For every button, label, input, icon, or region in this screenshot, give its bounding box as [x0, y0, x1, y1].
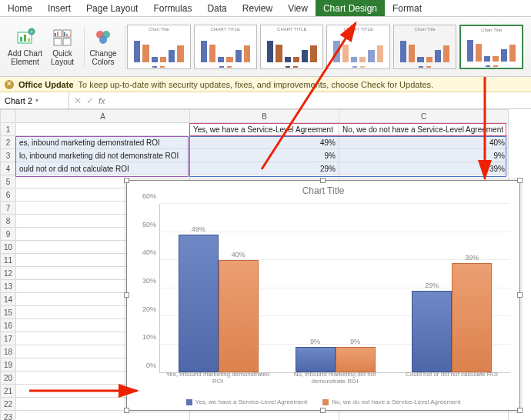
cell[interactable]: 40% [339, 136, 509, 149]
chart-style-thumb-4[interactable]: CHART TITLE [326, 25, 389, 69]
row-head[interactable]: 13 [1, 280, 16, 293]
chart-bar[interactable] [412, 291, 452, 372]
row-head[interactable]: 19 [1, 358, 16, 372]
cell[interactable]: 9% [339, 149, 509, 162]
quick-layout-button[interactable]: Quick Layout [45, 26, 79, 68]
row-head[interactable]: 17 [1, 332, 16, 345]
chart-bar-label: 29% [425, 282, 439, 289]
tab-insert[interactable]: Insert [40, 0, 78, 16]
cell[interactable]: ould not or did not calculate ROI [16, 162, 190, 175]
chart-bar[interactable] [296, 347, 336, 372]
svg-rect-1 [20, 37, 22, 42]
cell[interactable]: Yes, we have a Service-Level Agreement [190, 123, 339, 136]
xcat: Yes, inbound marketing demonstrated ROI [159, 370, 276, 387]
spreadsheet-area[interactable]: A B C 1Yes, we have a Service-Level Agre… [0, 109, 531, 420]
row-head[interactable]: 21 [1, 385, 16, 398]
tab-view[interactable]: View [280, 0, 316, 16]
chart-bar-label: 9% [310, 338, 320, 345]
close-icon[interactable]: ✕ [5, 80, 14, 89]
cell[interactable]: 29% [190, 162, 339, 175]
col-head-a[interactable]: A [16, 110, 190, 123]
col-head-c[interactable]: C [339, 110, 509, 123]
chart-style-thumb-5[interactable]: Chart Title [393, 25, 456, 69]
row-head[interactable]: 3 [1, 149, 16, 162]
row-head[interactable]: 5 [1, 175, 16, 188]
row-head[interactable]: 10 [1, 241, 16, 254]
chart-bar-group[interactable]: 9%9% [277, 204, 394, 372]
ribbon: + Add Chart Element Quick Layout Change … [0, 17, 531, 77]
cell[interactable] [16, 411, 190, 421]
add-chart-element-label: Add Chart Element [8, 49, 42, 66]
enter-formula-icon[interactable]: ✓ [86, 95, 94, 106]
cell[interactable]: 9% [190, 149, 339, 162]
legend-item-1[interactable]: Yes, we have a Service-Level Agreement [186, 398, 308, 405]
cell[interactable]: 39% [339, 162, 509, 175]
cell[interactable] [190, 411, 339, 421]
chart-style-thumb-1[interactable]: Chart Title [127, 25, 190, 69]
row-head[interactable]: 16 [1, 319, 16, 332]
row-head[interactable]: 11 [1, 254, 16, 267]
chart-bar[interactable] [452, 263, 492, 372]
chart-bar-group[interactable]: 49%40% [160, 204, 277, 372]
cell[interactable]: 49% [190, 136, 339, 149]
chart-style-thumb-6[interactable]: Chart Title [459, 25, 523, 69]
chart-bar-group[interactable]: 29%39% [393, 204, 510, 372]
tab-chart-design[interactable]: Chart Design [316, 0, 385, 16]
row-head[interactable]: 8 [1, 215, 16, 228]
office-update-notification: ✕ Office Update To keep up-to-date with … [0, 77, 531, 92]
chart-legend[interactable]: Yes, we have a Service-Level Agreement N… [127, 398, 519, 405]
name-box[interactable]: Chart 2 ▾ [0, 92, 69, 108]
chart-bar-label: 9% [350, 338, 360, 345]
tab-home[interactable]: Home [0, 0, 40, 16]
row-head[interactable]: 4 [1, 162, 16, 175]
row-head[interactable]: 22 [1, 398, 16, 411]
row-head[interactable]: 1 [1, 123, 16, 136]
chart-bar-label: 39% [465, 254, 479, 262]
xcat: No, inbound marketing did not demonstrat… [276, 370, 393, 387]
cell[interactable]: es, inbound marketing demonstrated ROI [16, 136, 190, 149]
row-head[interactable]: 12 [1, 267, 16, 280]
chart-style-thumb-3[interactable]: CHART TITLE [260, 25, 323, 69]
row-head[interactable]: 18 [1, 345, 16, 358]
tab-data[interactable]: Data [199, 0, 234, 16]
row-head[interactable]: 15 [1, 306, 16, 319]
cell[interactable] [339, 411, 509, 421]
svg-text:+: + [29, 29, 32, 35]
tab-page-layout[interactable]: Page Layout [78, 0, 145, 16]
legend-item-2[interactable]: No, we do not have a Service-Level Agree… [322, 398, 460, 405]
chart-bar[interactable] [336, 347, 376, 372]
add-chart-element-button[interactable]: + Add Chart Element [5, 26, 45, 68]
row-head[interactable]: 6 [1, 188, 16, 202]
cell[interactable] [16, 123, 190, 136]
cancel-formula-icon[interactable]: ✕ [74, 95, 82, 106]
tab-review[interactable]: Review [235, 0, 280, 16]
chart-style-thumb-2[interactable]: CHART TITLE [194, 25, 257, 69]
svg-rect-11 [57, 32, 58, 36]
row-head[interactable]: 23 [1, 411, 16, 421]
chart-object[interactable]: Chart Title 0% 10% 20% 30% 40% 50% 60% 4… [126, 180, 520, 411]
chart-styles-gallery: Chart Title CHART TITLE CHART TITLE CHAR… [125, 25, 528, 69]
row-head[interactable]: 2 [1, 136, 16, 149]
chart-plot-area[interactable]: 49%40%9%9%29%39% [159, 204, 510, 373]
chart-title[interactable]: Chart Title [127, 181, 519, 198]
cell[interactable]: lo, inbound marketing did not demonstrat… [16, 149, 190, 162]
ytick: 30% [142, 277, 156, 285]
quick-layout-label: Quick Layout [51, 49, 74, 66]
ribbon-tabs: Home Insert Page Layout Formulas Data Re… [0, 0, 531, 17]
row-head[interactable]: 9 [1, 228, 16, 241]
col-head-b[interactable]: B [190, 110, 339, 123]
change-colors-button[interactable]: Change Colors [86, 26, 120, 68]
tab-formulas[interactable]: Formulas [145, 0, 199, 16]
quick-layout-icon [52, 28, 72, 48]
select-all-cell[interactable] [1, 110, 16, 123]
formula-input[interactable] [110, 92, 531, 108]
fx-icon[interactable]: fx [99, 96, 105, 105]
legend-swatch-icon [186, 399, 192, 405]
cell[interactable]: No, we do not have a Service-Level Agree… [339, 123, 509, 136]
row-head[interactable]: 14 [1, 293, 16, 306]
row-head[interactable]: 20 [1, 372, 16, 385]
tab-format[interactable]: Format [385, 0, 429, 16]
row-head[interactable]: 7 [1, 202, 16, 215]
chart-bar[interactable] [179, 235, 219, 372]
chart-bar[interactable] [219, 260, 259, 372]
